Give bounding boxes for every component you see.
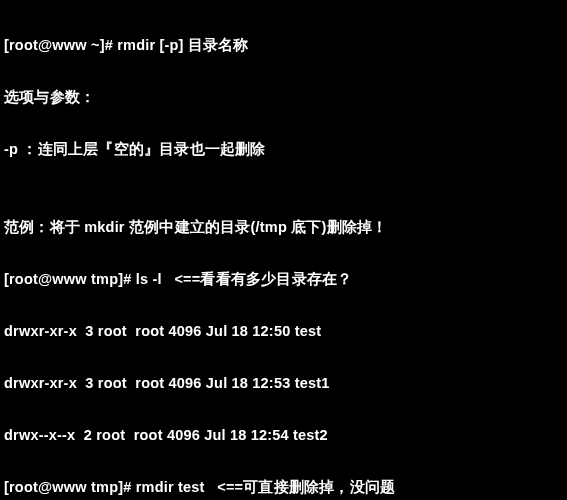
option-p-desc: -p ：连同上层『空的』目录也一起删除 <box>4 136 563 162</box>
options-header: 选项与参数： <box>4 84 563 110</box>
ls-output-test2: drwx--x--x 2 root root 4096 Jul 18 12:54… <box>4 422 563 448</box>
cmd-line-syntax: [root@www ~]# rmdir [-p] 目录名称 <box>4 32 563 58</box>
terminal-output: [root@www ~]# rmdir [-p] 目录名称 选项与参数： -p … <box>0 0 567 500</box>
ls-output-test: drwxr-xr-x 3 root root 4096 Jul 18 12:50… <box>4 318 563 344</box>
cmd-ls: [root@www tmp]# ls -l <==看看有多少目录存在？ <box>4 266 563 292</box>
ls-output-test1: drwxr-xr-x 3 root root 4096 Jul 18 12:53… <box>4 370 563 396</box>
example-header: 范例：将于 mkdir 范例中建立的目录(/tmp 底下)删除掉！ <box>4 214 563 240</box>
cmd-rmdir-test: [root@www tmp]# rmdir test <==可直接删除掉，没问题 <box>4 474 563 500</box>
